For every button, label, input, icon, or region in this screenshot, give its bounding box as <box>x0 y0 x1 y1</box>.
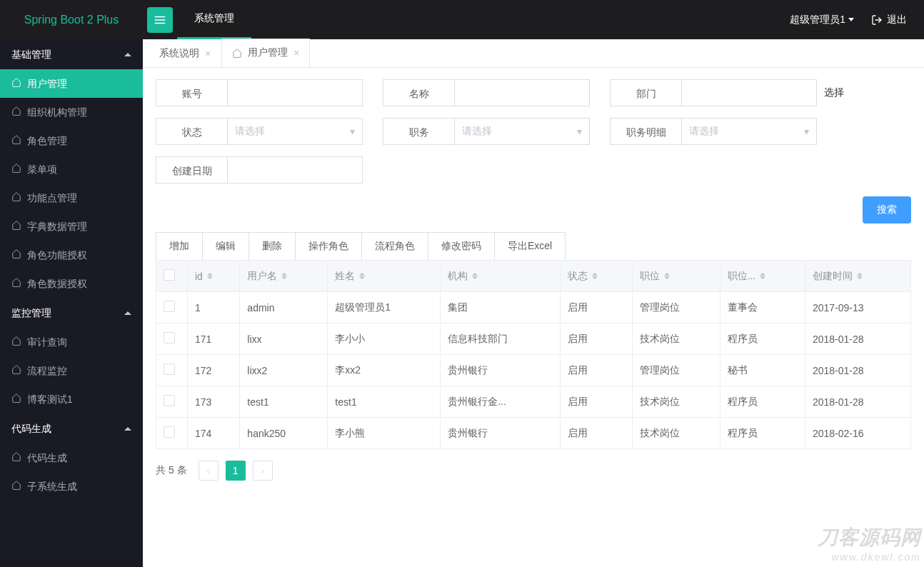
caret-up-icon <box>124 53 131 56</box>
sidebar-group-title[interactable]: 基础管理 <box>0 39 143 69</box>
sidebar-item[interactable]: 用户管理 <box>0 69 143 98</box>
toolbar-button[interactable]: 导出Excel <box>495 233 565 260</box>
column-header[interactable]: id <box>188 261 240 292</box>
page-next[interactable]: › <box>253 461 273 481</box>
user-name: 超级管理员1 <box>790 14 845 26</box>
column-header[interactable]: 用户名 <box>240 261 328 292</box>
sidebar-item[interactable]: 流程监控 <box>0 356 143 385</box>
logout-button[interactable]: 退出 <box>871 14 907 26</box>
sidebar-item-label: 角色管理 <box>27 126 67 155</box>
table-row[interactable]: 174hank250李小熊贵州银行启用技术岗位程序员2018-02-16 <box>156 418 911 449</box>
cell-username: hank250 <box>240 418 328 449</box>
close-icon[interactable]: × <box>293 47 299 59</box>
tab[interactable]: 用户管理× <box>221 39 310 67</box>
search-button[interactable]: 搜索 <box>863 196 911 224</box>
cell-org: 贵州银行 <box>441 418 561 449</box>
status-select[interactable]: 请选择 ▾ <box>227 118 363 145</box>
sidebar-item[interactable]: 字典数据管理 <box>0 212 143 241</box>
sort-icon <box>760 273 765 279</box>
column-header[interactable]: 职位... <box>720 261 805 292</box>
cell-org: 贵州银行金... <box>441 386 561 418</box>
sort-icon <box>281 273 287 279</box>
sidebar-item[interactable]: 子系统生成 <box>0 472 143 501</box>
menu-toggle-button[interactable] <box>147 7 173 33</box>
filter-label: 账号 <box>156 79 227 106</box>
page-prev[interactable]: ‹ <box>199 461 219 481</box>
toolbar-button[interactable]: 增加 <box>156 233 203 260</box>
position-detail-select[interactable]: 请选择 ▾ <box>681 118 817 145</box>
dept-input[interactable] <box>681 79 817 106</box>
watermark-text: 刀客源码网 <box>818 524 921 551</box>
toolbar-button[interactable]: 修改密码 <box>428 233 495 260</box>
sidebar-item[interactable]: 功能点管理 <box>0 184 143 212</box>
sidebar-item[interactable]: 博客测试1 <box>0 385 143 413</box>
row-checkbox[interactable] <box>164 395 175 406</box>
sidebar-item[interactable]: 组织机构管理 <box>0 98 143 126</box>
filter-label: 名称 <box>383 79 454 106</box>
cell-username: lixx2 <box>240 355 328 386</box>
row-checkbox[interactable] <box>164 332 175 343</box>
table-row[interactable]: 173test1test1贵州银行金...启用技术岗位程序员2018-01-28 <box>156 386 911 418</box>
row-checkbox[interactable] <box>164 363 175 375</box>
cell-status: 启用 <box>560 355 632 386</box>
sidebar-item[interactable]: 角色功能授权 <box>0 241 143 269</box>
sidebar-item-label: 审计查询 <box>27 328 67 356</box>
house-icon <box>11 212 21 241</box>
cell-created: 2018-01-28 <box>805 386 910 418</box>
name-input[interactable] <box>454 79 590 106</box>
cell-posd: 程序员 <box>720 418 805 449</box>
house-icon <box>11 98 21 126</box>
column-header[interactable]: 姓名 <box>328 261 441 292</box>
sidebar-group-title[interactable]: 监控管理 <box>0 298 143 328</box>
tab[interactable]: 系统说明× <box>149 39 221 67</box>
column-header[interactable]: 状态 <box>560 261 632 292</box>
close-icon[interactable]: × <box>205 48 211 59</box>
user-dropdown[interactable]: 超级管理员1 <box>790 14 854 26</box>
table-row[interactable]: 172lixx2李xx2贵州银行启用管理岗位秘书2018-01-28 <box>156 355 911 386</box>
row-checkbox[interactable] <box>164 426 175 438</box>
sidebar-item[interactable]: 菜单项 <box>0 155 143 184</box>
tab-label: 系统说明 <box>159 47 199 60</box>
cell-username: admin <box>240 292 328 323</box>
sidebar-item[interactable]: 代码生成 <box>0 443 143 472</box>
cell-pos: 技术岗位 <box>632 386 720 418</box>
page-number[interactable]: 1 <box>226 461 246 481</box>
filter-position: 职务 请选择 ▾ <box>383 118 590 145</box>
filter-label: 部门 <box>610 79 681 106</box>
filter-name: 名称 <box>383 79 590 106</box>
toolbar-button[interactable]: 删除 <box>249 233 296 260</box>
cell-created: 2018-02-16 <box>805 418 910 449</box>
toolbar-button[interactable]: 流程角色 <box>362 233 428 260</box>
select-all-checkbox[interactable] <box>164 269 175 281</box>
toolbar-button[interactable]: 操作角色 <box>296 233 362 260</box>
column-header[interactable]: 创建时间 <box>805 261 910 292</box>
toolbar-button[interactable]: 编辑 <box>203 233 249 260</box>
position-select[interactable]: 请选择 ▾ <box>454 118 590 145</box>
top-tab-system[interactable]: 系统管理 <box>177 0 251 39</box>
dept-choose-link[interactable]: 选择 <box>817 86 844 99</box>
sidebar-item-label: 字典数据管理 <box>27 212 87 241</box>
sidebar-group-title[interactable]: 代码生成 <box>0 413 143 443</box>
cell-id: 1 <box>188 292 240 323</box>
sort-icon <box>857 273 863 279</box>
select-placeholder: 请选择 <box>235 125 265 138</box>
created-input[interactable] <box>227 156 363 184</box>
table-row[interactable]: 171lixx李小小信息科技部门启用技术岗位程序员2018-01-28 <box>156 323 911 355</box>
sidebar-item[interactable]: 审计查询 <box>0 328 143 356</box>
account-input[interactable] <box>227 79 363 106</box>
cell-status: 启用 <box>560 418 632 449</box>
house-icon <box>232 48 242 58</box>
filter-label: 创建日期 <box>156 156 227 184</box>
sidebar-item[interactable]: 角色数据授权 <box>0 269 143 298</box>
table-row[interactable]: 1admin超级管理员1集团启用管理岗位董事会2017-09-13 <box>156 292 911 323</box>
watermark: 刀客源码网 www.dkewl.com <box>818 524 921 563</box>
column-header[interactable]: 职位 <box>632 261 720 292</box>
caret-down-icon: ▾ <box>350 126 355 137</box>
brand: Spring Boot 2 Plus <box>0 0 143 39</box>
caret-up-icon <box>124 311 131 315</box>
row-checkbox[interactable] <box>164 301 175 312</box>
column-header[interactable]: 机构 <box>441 261 561 292</box>
sidebar-item[interactable]: 角色管理 <box>0 126 143 155</box>
tabbar: 系统说明×用户管理× <box>143 39 924 68</box>
user-area: 超级管理员1 退出 <box>790 14 924 26</box>
